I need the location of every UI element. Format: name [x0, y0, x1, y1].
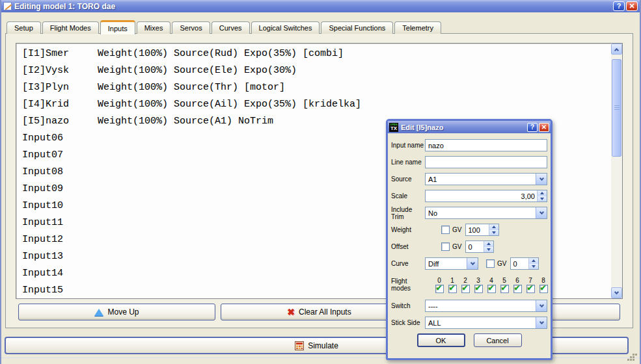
dialog-title: Edit [I5]nazo — [401, 124, 526, 131]
offset-gv-label: GV — [452, 243, 461, 250]
dialog-help-button[interactable]: ? — [527, 123, 538, 132]
dropdown-arrow-icon — [467, 258, 478, 269]
flight-mode-checkbox-8[interactable]: ✔ — [539, 285, 548, 293]
input-row-name: Input07 — [22, 147, 98, 164]
flight-mode-8: 8✔ — [539, 277, 548, 293]
input-row-name: [I2]Vysk — [22, 62, 98, 79]
line-name-field[interactable] — [425, 156, 547, 168]
move-up-icon — [94, 309, 103, 316]
weight-gv-checkbox[interactable] — [441, 226, 450, 234]
scale-spinbox[interactable]: 3,00 — [425, 190, 547, 202]
tab-bar: SetupFlight ModesInputsMixesServosCurves… — [7, 20, 443, 34]
input-row-details: Weight(100%) Source(Thr) [motor] — [98, 79, 285, 96]
input-row-name: [I1]Smer — [22, 46, 98, 62]
scroll-up-button[interactable] — [611, 44, 622, 55]
checkmark-icon: ✔ — [475, 283, 482, 292]
include-trim-row: Include Trim No — [391, 207, 547, 219]
stick-side-row: Stick Side ALL — [391, 317, 547, 329]
simulate-icon — [295, 341, 304, 350]
source-row: Source A1 — [391, 173, 547, 185]
input-row-details: Weight(100%) Source(Ele) Expo(30%) — [98, 62, 297, 79]
spin-up-icon[interactable] — [484, 241, 493, 247]
spin-up-icon[interactable] — [529, 258, 538, 264]
spin-down-icon[interactable] — [529, 264, 538, 270]
spin-up-icon[interactable] — [489, 224, 498, 230]
ok-button[interactable]: OK — [417, 333, 465, 347]
input-row-details: Weight(100%) Source(Ail) Expo(35%) [krid… — [98, 96, 361, 113]
flight-mode-checkbox-2[interactable]: ✔ — [461, 285, 470, 293]
tab-telemetry[interactable]: Telemetry — [394, 21, 441, 34]
stick-side-label: Stick Side — [391, 319, 425, 326]
window-close-button[interactable]: ✕ — [626, 1, 638, 11]
tab-mixes[interactable]: Mixes — [137, 21, 171, 34]
app-icon — [3, 2, 12, 10]
dialog-titlebar[interactable]: OPEN TX Edit [I5]nazo ? ✕ — [388, 121, 551, 133]
simulate-label: Simulate — [308, 341, 338, 350]
checkmark-icon: ✔ — [488, 283, 495, 292]
scrollbar-thumb[interactable] — [612, 59, 621, 157]
spin-up-icon[interactable] — [538, 190, 547, 196]
offset-spinbox[interactable]: 0 — [465, 240, 494, 253]
switch-dropdown[interactable]: ---- — [425, 300, 547, 312]
input-row-name: Input12 — [22, 231, 98, 248]
chevron-down-icon — [614, 290, 619, 294]
flight-mode-checkbox-1[interactable]: ✔ — [448, 285, 457, 293]
tab-special-functions[interactable]: Special Functions — [321, 21, 393, 34]
input-row-name: Input11 — [22, 214, 98, 231]
tab-servos[interactable]: Servos — [172, 21, 210, 34]
input-row-name: [I5]nazo — [22, 113, 98, 130]
spin-down-icon[interactable] — [484, 247, 493, 253]
input-list-row[interactable]: [I3]PlynWeight(100%) Source(Thr) [motor] — [16, 79, 611, 96]
input-list-row[interactable]: [I4]KridWeight(100%) Source(Ail) Expo(35… — [16, 96, 611, 113]
include-trim-dropdown[interactable]: No — [425, 207, 547, 219]
move-up-label: Move Up — [107, 307, 139, 317]
tab-curves[interactable]: Curves — [211, 21, 250, 34]
spin-down-icon[interactable] — [489, 230, 498, 236]
flight-mode-6: 6✔ — [513, 277, 522, 293]
tab-inputs[interactable]: Inputs — [100, 20, 135, 34]
include-trim-label: Include Trim — [391, 206, 425, 220]
tab-logical-switches[interactable]: Logical Switches — [251, 21, 320, 34]
curve-row: Curve Diff GV 0 — [391, 257, 547, 270]
input-list-row[interactable]: [I2]VyskWeight(100%) Source(Ele) Expo(30… — [16, 62, 611, 79]
input-list-row[interactable]: [I1]SmerWeight(100%) Source(Rud) Expo(35… — [16, 46, 611, 62]
source-dropdown[interactable]: A1 — [425, 173, 547, 185]
scrollbar-thumb-grip — [614, 105, 620, 110]
flight-mode-checkbox-5[interactable]: ✔ — [500, 285, 509, 293]
chevron-up-icon — [614, 47, 619, 52]
window-titlebar[interactable]: Editing model 1: TORO dae ? ✕ — [1, 0, 640, 12]
flight-mode-checkbox-4[interactable]: ✔ — [487, 285, 496, 293]
offset-gv-checkbox[interactable] — [441, 242, 450, 251]
spin-down-icon[interactable] — [538, 196, 547, 202]
tab-setup[interactable]: Setup — [7, 21, 41, 34]
window-title: Editing model 1: TORO dae — [14, 2, 612, 11]
flight-modes-label: Flight modes — [391, 278, 425, 292]
flight-mode-checkbox-3[interactable]: ✔ — [474, 285, 483, 293]
stick-side-dropdown[interactable]: ALL — [425, 317, 547, 329]
flight-mode-4: 4✔ — [487, 277, 496, 293]
curve-spinbox[interactable]: 0 — [510, 257, 539, 270]
flight-mode-checkbox-7[interactable]: ✔ — [526, 285, 535, 293]
weight-spinbox[interactable]: 100 — [465, 224, 499, 236]
weight-gv-label: GV — [452, 226, 461, 233]
flight-mode-7: 7✔ — [526, 277, 535, 293]
dialog-close-button[interactable]: ✕ — [539, 123, 549, 132]
input-row-details: Weight(100%) Source(Rud) Expo(35%) [comb… — [98, 46, 344, 62]
curve-label: Curve — [391, 260, 425, 267]
vertical-scrollbar[interactable] — [611, 44, 622, 298]
window-help-button[interactable]: ? — [613, 1, 625, 11]
scroll-down-button[interactable] — [611, 287, 622, 298]
curve-dropdown[interactable]: Diff — [425, 257, 478, 270]
resize-grip-icon[interactable] — [633, 354, 634, 356]
curve-gv-checkbox[interactable] — [486, 259, 495, 268]
input-row-name: Input13 — [22, 248, 98, 265]
switch-label: Switch — [391, 302, 425, 309]
cancel-button[interactable]: Cancel — [474, 333, 522, 347]
clear-all-inputs-label: Clear All Inputs — [299, 307, 351, 317]
move-up-button[interactable]: Move Up — [18, 304, 215, 320]
input-name-field[interactable] — [425, 139, 547, 151]
curve-gv-label: GV — [497, 260, 506, 267]
flight-mode-checkbox-0[interactable]: ✔ — [435, 285, 444, 293]
flight-mode-checkbox-6[interactable]: ✔ — [513, 285, 522, 293]
tab-flight-modes[interactable]: Flight Modes — [42, 21, 99, 34]
